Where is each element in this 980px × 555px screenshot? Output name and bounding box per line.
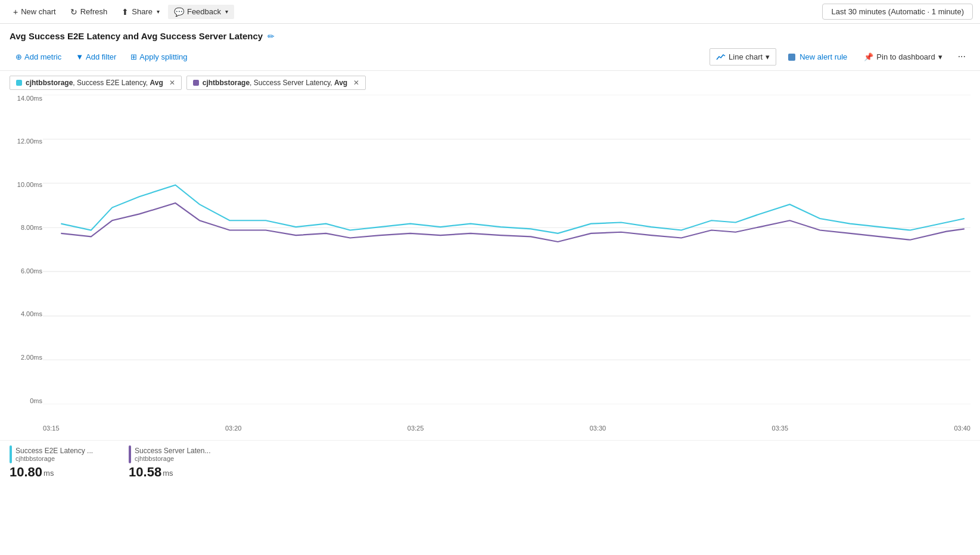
- server-legend-value: 10.58: [129, 466, 161, 479]
- chart-area: 14.00ms 12.00ms 10.00ms 8.00ms 6.00ms 4.…: [0, 95, 980, 440]
- refresh-icon: ↻: [70, 7, 77, 17]
- metrics-toolbar-left: ⊕ Add metric ▼ Add filter ⊞ Apply splitt…: [10, 49, 194, 64]
- metric-tag-e2e: cjhtbbstorage, Success E2E Latency, Avg …: [10, 76, 182, 90]
- x-label-0335: 03:35: [772, 425, 789, 432]
- chart-type-chevron-icon: ▾: [766, 52, 770, 61]
- e2e-legend-name: Success E2E Latency ...: [15, 447, 93, 455]
- new-alert-rule-button[interactable]: New alert rule: [781, 49, 853, 65]
- y-label-4: 4.00ms: [10, 310, 42, 317]
- server-legend-color: [129, 445, 131, 463]
- legend-item-e2e: Success E2E Latency ... cjhtbbstorage 10…: [10, 445, 93, 479]
- new-chart-button[interactable]: + New chart: [7, 5, 62, 19]
- server-tag-color: [193, 80, 199, 86]
- x-label-0340: 03:40: [954, 425, 970, 432]
- server-tag-label: cjhtbbstorage, Success Server Latency, A…: [203, 79, 347, 87]
- legend-item-server-header: Success Server Laten... cjhtbbstorage: [129, 445, 210, 463]
- add-filter-icon: ▼: [76, 52, 83, 61]
- server-legend-unit: ms: [163, 469, 173, 478]
- feedback-chevron-icon: ▾: [225, 8, 228, 15]
- server-legend-subtitle: cjhtbbstorage: [135, 455, 210, 462]
- y-label-0: 0ms: [10, 397, 42, 404]
- legend-area: Success E2E Latency ... cjhtbbstorage 10…: [0, 440, 980, 488]
- y-label-2: 2.00ms: [10, 354, 42, 361]
- apply-splitting-button[interactable]: ⊞ Apply splitting: [125, 49, 193, 64]
- e2e-legend-value: 10.80: [10, 466, 42, 479]
- pin-icon: 📌: [864, 52, 873, 61]
- metrics-toolbar: ⊕ Add metric ▼ Add filter ⊞ Apply splitt…: [0, 46, 980, 71]
- add-filter-button[interactable]: ▼ Add filter: [70, 49, 122, 64]
- more-options-button[interactable]: ···: [953, 48, 970, 65]
- chart-svg: [43, 95, 970, 404]
- legend-item-e2e-header: Success E2E Latency ... cjhtbbstorage: [10, 445, 93, 463]
- e2e-line: [61, 185, 965, 233]
- metric-tag-server: cjhtbbstorage, Success Server Latency, A…: [186, 76, 366, 90]
- chart-type-button[interactable]: Line chart ▾: [710, 48, 776, 66]
- refresh-button[interactable]: ↻ Refresh: [64, 5, 114, 19]
- chart-title-bar: Avg Success E2E Latency and Avg Success …: [0, 24, 980, 46]
- main-toolbar: + New chart ↻ Refresh ⬆ Share ▾ 💬 Feedba…: [0, 0, 980, 24]
- pin-to-dashboard-button[interactable]: 📌 Pin to dashboard ▾: [858, 49, 948, 64]
- chart-title: Avg Success E2E Latency and Avg Success …: [10, 31, 263, 41]
- y-label-14: 14.00ms: [10, 95, 42, 102]
- x-label-0330: 03:30: [590, 425, 606, 432]
- e2e-legend-subtitle: cjhtbbstorage: [15, 455, 93, 462]
- x-axis: 03:15 03:20 03:25 03:30 03:35 03:40: [43, 416, 970, 440]
- y-label-10: 10.00ms: [10, 181, 42, 188]
- feedback-icon: 💬: [174, 7, 184, 17]
- e2e-tag-color: [16, 80, 22, 86]
- y-label-12: 12.00ms: [10, 138, 42, 145]
- time-range-button[interactable]: Last 30 minutes (Automatic · 1 minute): [822, 4, 973, 20]
- server-legend-value-body: 10.58 ms: [129, 466, 210, 479]
- x-label-0320: 03:20: [225, 425, 242, 432]
- server-legend-name: Success Server Laten...: [135, 447, 210, 455]
- e2e-tag-label: cjhtbbstorage, Success E2E Latency, Avg: [26, 79, 163, 87]
- share-chevron-icon: ▾: [157, 8, 160, 15]
- metric-tags-bar: cjhtbbstorage, Success E2E Latency, Avg …: [0, 71, 980, 95]
- plus-icon: +: [13, 7, 18, 17]
- e2e-legend-unit: ms: [43, 469, 54, 478]
- line-chart-icon: [716, 52, 726, 62]
- feedback-button[interactable]: 💬 Feedback ▾: [168, 5, 234, 19]
- share-icon: ⬆: [122, 7, 129, 17]
- splitting-icon: ⊞: [130, 52, 137, 61]
- e2e-legend-color: [10, 445, 12, 463]
- y-label-8: 8.00ms: [10, 224, 42, 231]
- y-axis: 14.00ms 12.00ms 10.00ms 8.00ms 6.00ms 4.…: [10, 95, 42, 404]
- server-tag-close-icon[interactable]: ✕: [353, 79, 359, 87]
- edit-title-icon[interactable]: ✏: [267, 32, 275, 41]
- pin-chevron-icon: ▾: [938, 52, 942, 61]
- alert-icon: [787, 52, 797, 62]
- chart-inner: [43, 95, 970, 404]
- y-label-6: 6.00ms: [10, 267, 42, 275]
- svg-rect-0: [788, 54, 795, 61]
- legend-item-server: Success Server Laten... cjhtbbstorage 10…: [129, 445, 210, 479]
- e2e-tag-close-icon[interactable]: ✕: [169, 79, 175, 87]
- server-line: [61, 203, 965, 242]
- add-metric-icon: ⊕: [15, 52, 22, 61]
- x-label-0325: 03:25: [407, 425, 424, 432]
- share-button[interactable]: ⬆ Share ▾: [116, 5, 166, 19]
- metrics-toolbar-right: Line chart ▾ New alert rule 📌 Pin to das…: [710, 48, 970, 66]
- add-metric-button[interactable]: ⊕ Add metric: [10, 49, 67, 64]
- e2e-legend-value-body: 10.80 ms: [10, 466, 93, 479]
- x-label-0315: 03:15: [43, 425, 60, 432]
